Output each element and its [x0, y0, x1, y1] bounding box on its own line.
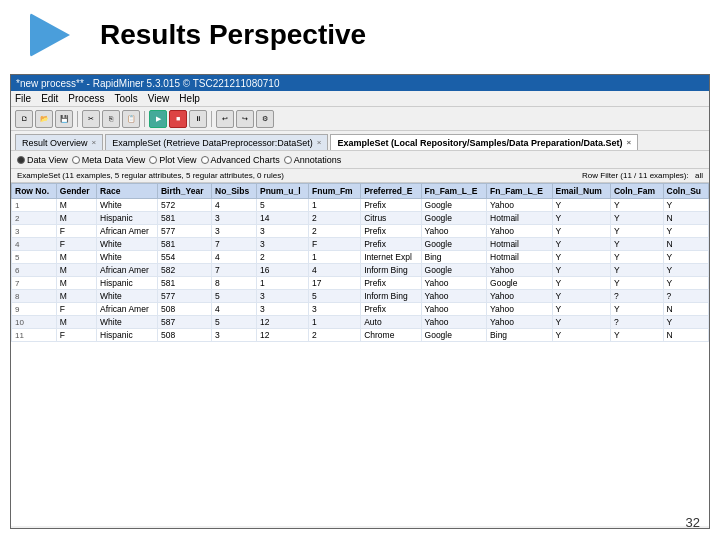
menu-tools[interactable]: Tools: [114, 93, 137, 104]
data-cell: Hispanic: [97, 212, 158, 225]
info-bar: ExampleSet (11 examples, 5 regular attri…: [11, 169, 709, 183]
data-cell: Hotmail: [487, 212, 553, 225]
data-cell: Google: [487, 277, 553, 290]
data-cell: Prefix: [361, 303, 421, 316]
data-cell: Y: [552, 199, 610, 212]
tab-close-icon[interactable]: ×: [627, 138, 632, 147]
view-plot[interactable]: Plot View: [149, 155, 196, 165]
page-number: 32: [686, 515, 700, 530]
row-number-cell: 6: [12, 264, 57, 277]
data-cell: 2: [309, 225, 361, 238]
data-cell: M: [56, 290, 96, 303]
toolbar-sep2: [144, 111, 145, 127]
tab-exampleset-retrieve[interactable]: ExampleSet (Retrieve DataPreprocessor:Da…: [105, 134, 328, 150]
toolbar-redo-btn[interactable]: ↪: [236, 110, 254, 128]
data-cell: Y: [663, 316, 708, 329]
data-cell: Prefix: [361, 277, 421, 290]
toolbar-copy-btn[interactable]: ⎘: [102, 110, 120, 128]
data-cell: F: [56, 225, 96, 238]
menu-view[interactable]: View: [148, 93, 170, 104]
data-cell: Y: [552, 329, 610, 342]
toolbar-settings-btn[interactable]: ⚙: [256, 110, 274, 128]
row-number-cell: 3: [12, 225, 57, 238]
table-row: 11FHispanic5083122ChromeGoogleBingYYN: [12, 329, 709, 342]
table-row: 9FAfrican Amer508433PrefixYahooYahooYYN: [12, 303, 709, 316]
data-cell: Auto: [361, 316, 421, 329]
data-cell: Hotmail: [487, 238, 553, 251]
view-metadata[interactable]: Meta Data View: [72, 155, 145, 165]
toolbar-save-btn[interactable]: 💾: [55, 110, 73, 128]
data-cell: Hotmail: [487, 251, 553, 264]
data-cell: Yahoo: [487, 225, 553, 238]
toolbar-undo-btn[interactable]: ↩: [216, 110, 234, 128]
row-number-cell: 8: [12, 290, 57, 303]
table-row: 3FAfrican Amer577332PrefixYahooYahooYYY: [12, 225, 709, 238]
menu-help[interactable]: Help: [179, 93, 200, 104]
data-cell: Y: [663, 251, 708, 264]
toolbar-cut-btn[interactable]: ✂: [82, 110, 100, 128]
col-header-race: Race: [97, 184, 158, 199]
data-cell: M: [56, 277, 96, 290]
data-cell: 5: [212, 316, 257, 329]
data-cell: Internet Expl: [361, 251, 421, 264]
row-number-cell: 9: [12, 303, 57, 316]
tab-close-icon[interactable]: ×: [92, 138, 97, 147]
data-cell: 5: [212, 290, 257, 303]
toolbar-stop-btn[interactable]: ■: [169, 110, 187, 128]
data-cell: Y: [663, 277, 708, 290]
view-data[interactable]: Data View: [17, 155, 68, 165]
toolbar-paste-btn[interactable]: 📋: [122, 110, 140, 128]
page-title: Results Perspective: [100, 19, 366, 51]
view-advanced-charts[interactable]: Advanced Charts: [201, 155, 280, 165]
data-cell: Yahoo: [421, 277, 487, 290]
data-cell: Google: [421, 199, 487, 212]
data-cell: M: [56, 199, 96, 212]
data-cell: Yahoo: [421, 316, 487, 329]
data-cell: 3: [256, 290, 308, 303]
data-cell: N: [663, 329, 708, 342]
data-cell: 577: [157, 290, 211, 303]
data-cell: M: [56, 316, 96, 329]
data-cell: 4: [212, 303, 257, 316]
tab-exampleset-local[interactable]: ExampleSet (Local Repository/Samples/Dat…: [330, 134, 638, 150]
toolbar-new-btn[interactable]: 🗋: [15, 110, 33, 128]
data-cell: N: [663, 212, 708, 225]
data-cell: M: [56, 251, 96, 264]
data-cell: 577: [157, 225, 211, 238]
view-selector-bar: Data View Meta Data View Plot View Advan…: [11, 151, 709, 169]
toolbar-run-btn[interactable]: ▶: [149, 110, 167, 128]
data-cell: Y: [610, 277, 663, 290]
data-cell: 3: [309, 303, 361, 316]
col-header-pnum: Pnum_u_l: [256, 184, 308, 199]
data-cell: Bing: [421, 251, 487, 264]
col-header-email-num: Email_Num: [552, 184, 610, 199]
toolbar-pause-btn[interactable]: ⏸: [189, 110, 207, 128]
toolbar-open-btn[interactable]: 📂: [35, 110, 53, 128]
menu-edit[interactable]: Edit: [41, 93, 58, 104]
data-cell: Hispanic: [97, 277, 158, 290]
data-cell: Yahoo: [487, 264, 553, 277]
window-titlebar: *new process** - RapidMiner 5.3.015 © TS…: [11, 75, 709, 91]
data-cell: Y: [552, 277, 610, 290]
data-cell: White: [97, 251, 158, 264]
menu-process[interactable]: Process: [68, 93, 104, 104]
col-header-fnum: Fnum_Fm: [309, 184, 361, 199]
row-number-cell: 11: [12, 329, 57, 342]
data-cell: 14: [256, 212, 308, 225]
menu-file[interactable]: File: [15, 93, 31, 104]
data-cell: Chrome: [361, 329, 421, 342]
view-annotations[interactable]: Annotations: [284, 155, 342, 165]
data-cell: Y: [663, 199, 708, 212]
col-header-coln-su: Coln_Su: [663, 184, 708, 199]
tab-close-icon[interactable]: ×: [317, 138, 322, 147]
data-cell: M: [56, 212, 96, 225]
tab-result-overview[interactable]: Result Overview ×: [15, 134, 103, 150]
data-cell: 581: [157, 212, 211, 225]
data-cell: Y: [552, 303, 610, 316]
col-header-birthyear: Birth_Year: [157, 184, 211, 199]
data-table-container[interactable]: Row No. Gender Race Birth_Year No_Sibs P…: [11, 183, 709, 526]
data-cell: 3: [256, 303, 308, 316]
data-cell: White: [97, 199, 158, 212]
data-cell: N: [663, 238, 708, 251]
data-cell: 582: [157, 264, 211, 277]
